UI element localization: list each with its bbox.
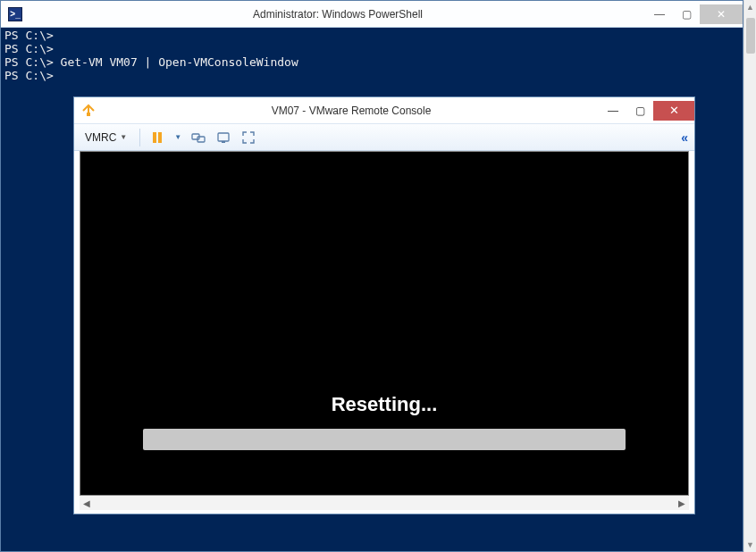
svg-rect-6 <box>222 141 225 143</box>
minimize-button[interactable]: — <box>646 4 673 24</box>
svg-rect-1 <box>153 132 156 143</box>
powershell-window-controls: — ▢ ✕ <box>646 4 743 24</box>
terminal-line: PS C:\> <box>4 29 739 43</box>
vmrc-app-icon <box>81 104 96 118</box>
terminal-line: PS C:\> <box>4 43 739 56</box>
scroll-right-arrow-icon[interactable]: ▶ <box>675 496 689 510</box>
svg-rect-0 <box>87 113 90 116</box>
vmrc-toolbar: VMRC ▼ ▼ « <box>74 124 694 151</box>
vmrc-minimize-button[interactable]: — <box>600 101 626 121</box>
vmrc-horizontal-scrollbar[interactable]: ◀ ▶ <box>80 496 689 510</box>
powershell-titlebar[interactable]: >_ Administrator: Windows PowerShell — ▢… <box>1 1 743 28</box>
connect-devices-button[interactable] <box>189 128 208 147</box>
collapse-toolbar-icon[interactable]: « <box>681 130 689 145</box>
vmrc-titlebar[interactable]: VM07 - VMware Remote Console — ▢ ✕ <box>74 97 694 124</box>
pause-button[interactable] <box>147 128 167 147</box>
vmrc-maximize-button[interactable]: ▢ <box>626 101 653 121</box>
vmrc-menu-button[interactable]: VMRC ▼ <box>80 130 132 146</box>
pause-dropdown-caret-icon[interactable]: ▼ <box>172 133 183 141</box>
scroll-left-arrow-icon[interactable]: ◀ <box>80 496 94 510</box>
powershell-icon: >_ <box>8 7 22 21</box>
vmrc-menu-label: VMRC <box>85 131 116 144</box>
scroll-down-arrow-icon[interactable]: ▼ <box>744 538 756 552</box>
scroll-thumb[interactable] <box>746 18 755 54</box>
vm-progress-bar <box>143 429 626 450</box>
fullscreen-button[interactable] <box>239 128 258 147</box>
pause-icon <box>150 130 164 145</box>
powershell-vertical-scrollbar[interactable]: ▲ ▼ <box>743 0 756 552</box>
svg-rect-5 <box>218 133 229 141</box>
send-ctrl-alt-del-icon <box>216 130 231 145</box>
send-ctrl-alt-del-button[interactable] <box>214 128 233 147</box>
vm-console-display[interactable]: Resetting... <box>80 151 689 496</box>
vmrc-title: VM07 - VMware Remote Console <box>103 105 600 117</box>
terminal-line: PS C:\> Get-VM VM07 | Open-VMConsoleWind… <box>4 56 739 70</box>
connect-devices-icon <box>191 130 206 145</box>
fullscreen-icon <box>241 130 256 145</box>
scroll-track[interactable] <box>94 496 675 510</box>
scroll-up-arrow-icon[interactable]: ▲ <box>744 0 756 14</box>
maximize-button[interactable]: ▢ <box>673 4 700 24</box>
vmrc-close-button[interactable]: ✕ <box>653 101 694 121</box>
vmrc-window: VM07 - VMware Remote Console — ▢ ✕ VMRC … <box>73 96 695 514</box>
svg-rect-2 <box>158 132 162 143</box>
powershell-title: Administrator: Windows PowerShell <box>29 8 646 21</box>
dropdown-caret-icon: ▼ <box>120 133 127 141</box>
toolbar-separator <box>139 129 140 146</box>
vmrc-window-controls: — ▢ ✕ <box>600 101 694 121</box>
terminal-line: PS C:\> <box>4 70 739 83</box>
vm-status-text: Resetting... <box>332 393 438 416</box>
close-button[interactable]: ✕ <box>700 4 743 24</box>
